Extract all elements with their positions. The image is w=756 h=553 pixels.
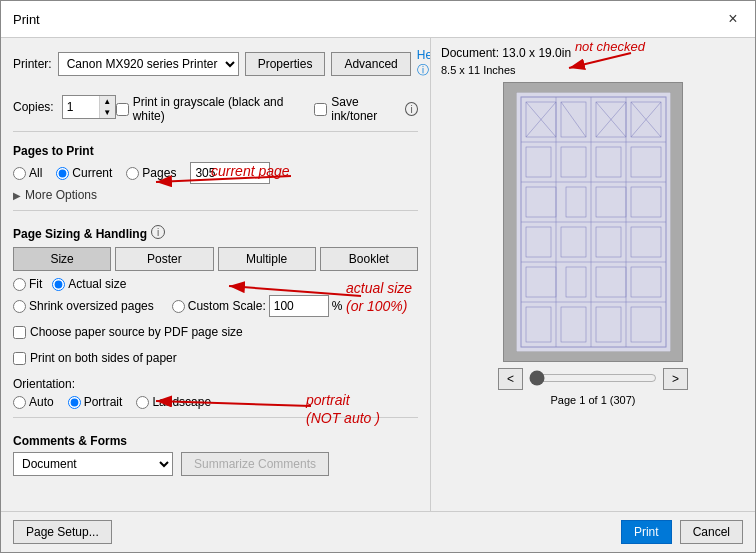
all-radio-item: All	[13, 166, 42, 180]
both-sides-checkbox-item: Print on both sides of paper	[13, 351, 418, 365]
auto-radio-item: Auto	[13, 395, 54, 409]
copies-input[interactable]	[63, 96, 99, 118]
paper-size-label: 8.5 x 11 Inches	[441, 64, 516, 76]
footer-right: Print Cancel	[621, 520, 743, 544]
grayscale-label: Print in grayscale (black and white)	[133, 95, 305, 123]
fit-label: Fit	[29, 277, 42, 291]
pdf-source-checkbox[interactable]	[13, 326, 26, 339]
copies-grayscale-row: Copies: ▲ ▼ Print in grayscale (black an…	[13, 91, 418, 123]
sizing-section: Page Sizing & Handling i Size Poster Mul…	[13, 223, 418, 339]
portrait-radio-item: Portrait	[68, 395, 123, 409]
print-button[interactable]: Print	[621, 520, 672, 544]
both-sides-label: Print on both sides of paper	[30, 351, 177, 365]
sizing-buttons: Size Poster Multiple Booklet	[13, 247, 418, 271]
page-slider[interactable]	[529, 370, 657, 386]
fit-radio-item: Fit	[13, 277, 42, 291]
portrait-radio[interactable]	[68, 396, 81, 409]
pdf-source-label: Choose paper source by PDF page size	[30, 325, 243, 339]
page-info: Page 1 of 1 (307)	[550, 394, 635, 406]
grayscale-checkbox-item: Print in grayscale (black and white)	[116, 95, 305, 123]
actual-radio-item: Actual size	[52, 277, 126, 291]
sizing-info-icon: i	[151, 225, 165, 239]
custom-label: Custom Scale:	[188, 299, 266, 313]
spin-down-button[interactable]: ▼	[99, 107, 115, 118]
sizing-section-title: Page Sizing & Handling	[13, 227, 147, 241]
actual-label: Actual size	[68, 277, 126, 291]
save-ink-info-icon: i	[405, 102, 418, 116]
properties-button[interactable]: Properties	[245, 52, 326, 76]
save-ink-checkbox[interactable]	[314, 103, 327, 116]
pdf-source-checkbox-item: Choose paper source by PDF page size	[13, 325, 418, 339]
comments-select[interactable]: Document	[13, 452, 173, 476]
comments-section-title: Comments & Forms	[13, 434, 418, 448]
more-options[interactable]: ▶ More Options	[13, 188, 418, 202]
auto-label: Auto	[29, 395, 54, 409]
page-setup-button[interactable]: Page Setup...	[13, 520, 112, 544]
all-label: All	[29, 166, 42, 180]
current-radio[interactable]	[56, 167, 69, 180]
slider-wrap	[529, 370, 657, 389]
all-radio[interactable]	[13, 167, 26, 180]
shrink-radio[interactable]	[13, 300, 26, 313]
spin-up-button[interactable]: ▲	[99, 96, 115, 107]
comments-row: Document Summarize Comments	[13, 452, 418, 476]
portrait-label: Portrait	[84, 395, 123, 409]
help-icon: ⓘ	[417, 63, 429, 77]
blueprint-preview	[516, 92, 671, 352]
actual-radio[interactable]	[52, 278, 65, 291]
grayscale-wrap: Print in grayscale (black and white) Sav…	[116, 91, 418, 123]
help-link[interactable]: Help ⓘ	[417, 48, 431, 79]
pages-label: Pages	[142, 166, 176, 180]
pages-input[interactable]	[190, 162, 270, 184]
more-options-triangle: ▶	[13, 190, 21, 201]
landscape-radio[interactable]	[136, 396, 149, 409]
custom-radio[interactable]	[172, 300, 185, 313]
pages-section-title: Pages to Print	[13, 144, 418, 158]
booklet-button[interactable]: Booklet	[320, 247, 418, 271]
orientation-radio-group: Auto Portrait Landscape	[13, 395, 418, 409]
both-sides-checkbox[interactable]	[13, 352, 26, 365]
custom-scale-input[interactable]	[269, 295, 329, 317]
print-dialog: Print × Printer: Canon MX920 series Prin…	[0, 0, 756, 553]
copies-row: Copies: ▲ ▼	[13, 95, 116, 119]
more-options-label: More Options	[25, 188, 97, 202]
printer-select[interactable]: Canon MX920 series Printer	[58, 52, 239, 76]
comments-section: Comments & Forms Document Summarize Comm…	[13, 430, 418, 476]
preview-container	[503, 82, 683, 362]
pages-radio-group: All Current Pages	[13, 162, 418, 184]
orientation-section: Orientation: Auto Portrait Landscape	[13, 377, 418, 409]
current-label: Current	[72, 166, 112, 180]
dialog-footer: Page Setup... Print Cancel	[1, 511, 755, 552]
landscape-label: Landscape	[152, 395, 211, 409]
save-ink-checkbox-item: Save ink/toner i	[314, 95, 418, 123]
landscape-radio-item: Landscape	[136, 395, 211, 409]
poster-button[interactable]: Poster	[115, 247, 213, 271]
advanced-button[interactable]: Advanced	[331, 52, 410, 76]
size-button[interactable]: Size	[13, 247, 111, 271]
multiple-button[interactable]: Multiple	[218, 247, 316, 271]
pages-radio[interactable]	[126, 167, 139, 180]
right-panel: Document: 13.0 x 19.0in 8.5 x 11 Inches	[431, 38, 755, 511]
cancel-button[interactable]: Cancel	[680, 520, 743, 544]
shrink-custom-row: Shrink oversized pages Custom Scale: %	[13, 295, 418, 317]
fit-radio[interactable]	[13, 278, 26, 291]
nav-row: < >	[498, 368, 688, 390]
next-page-button[interactable]: >	[663, 368, 688, 390]
auto-radio[interactable]	[13, 396, 26, 409]
sizing-options: Fit Actual size Shrink oversized pages	[13, 277, 418, 339]
summarize-button[interactable]: Summarize Comments	[181, 452, 329, 476]
custom-unit: %	[332, 299, 343, 313]
close-button[interactable]: ×	[723, 9, 743, 29]
pages-radio-item: Pages	[126, 166, 176, 180]
copies-label: Copies:	[13, 100, 54, 114]
doc-info: Document: 13.0 x 19.0in	[441, 46, 571, 60]
prev-page-button[interactable]: <	[498, 368, 523, 390]
spin-buttons: ▲ ▼	[99, 96, 115, 118]
grayscale-checkbox[interactable]	[116, 103, 129, 116]
shrink-label: Shrink oversized pages	[29, 299, 154, 313]
dialog-title: Print	[13, 12, 40, 27]
current-radio-item: Current	[56, 166, 112, 180]
printer-label: Printer:	[13, 57, 52, 71]
custom-radio-item: Custom Scale: %	[172, 295, 343, 317]
printer-row: Printer: Canon MX920 series Printer Prop…	[13, 48, 418, 79]
